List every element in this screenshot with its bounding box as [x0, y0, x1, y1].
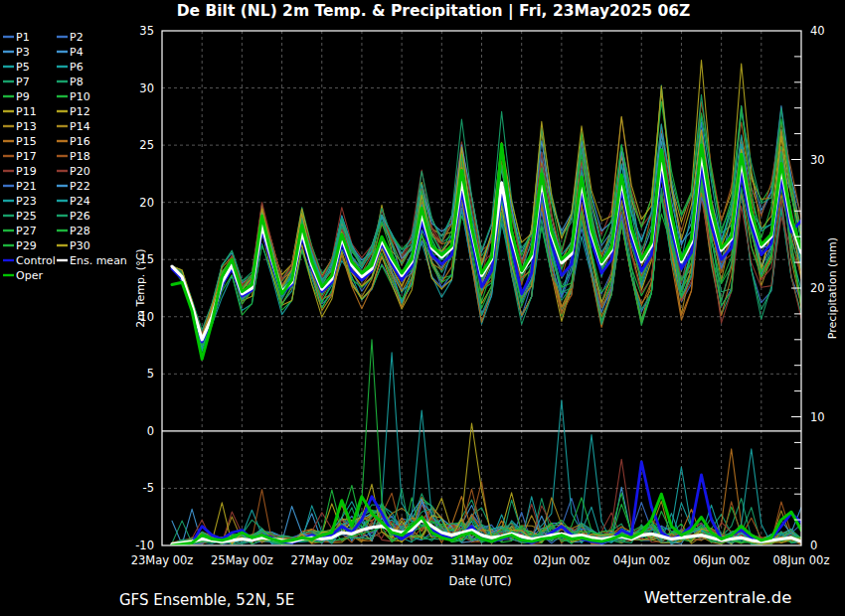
- legend-label-p27: P27: [16, 225, 37, 237]
- date-tick-label: 31May 00z: [450, 553, 513, 567]
- temp-tick-label: 35: [139, 24, 154, 38]
- legend-label-oper: Oper: [16, 269, 43, 282]
- legend-label-p28: P28: [70, 225, 90, 237]
- legend-label-p5: P5: [16, 61, 30, 74]
- y-axis-label-left: 2m Temp. (°C): [134, 248, 147, 327]
- temp-tick-label: 25: [139, 138, 154, 152]
- legend-label-ens-mean: Ens. mean: [70, 254, 127, 267]
- footer-brand: Wetterzentrale.de: [644, 588, 792, 607]
- legend-label-p18: P18: [70, 150, 90, 163]
- precip-tick-label: 0: [810, 539, 817, 552]
- legend-label-p24: P24: [70, 195, 90, 208]
- member-precip-line: [172, 400, 801, 544]
- legend-label-p12: P12: [70, 105, 90, 118]
- precip-tick-label: 20: [810, 281, 825, 295]
- precip-tick-label: 10: [810, 410, 825, 424]
- temp-tick-label: 30: [139, 81, 154, 95]
- date-tick-label: 27May 00z: [290, 553, 353, 567]
- date-tick-label: 25May 00z: [211, 553, 273, 567]
- legend-label-p19: P19: [16, 165, 37, 178]
- legend-label-p14: P14: [70, 120, 90, 133]
- legend-label-p29: P29: [16, 239, 37, 252]
- legend-label-p11: P11: [16, 105, 37, 118]
- legend-label-p4: P4: [70, 46, 84, 59]
- chart-canvas: De Bilt (NL) 2m Temp. & Precipitation | …: [0, 0, 845, 616]
- legend-label-p9: P9: [16, 90, 30, 103]
- legend-label-p21: P21: [16, 180, 37, 193]
- legend-label-control: Control: [16, 254, 56, 267]
- date-tick-label: 02Jun 00z: [533, 553, 590, 567]
- legend-label-p25: P25: [16, 210, 37, 223]
- y-axis-label-right: Precipitation (mm): [826, 237, 839, 339]
- date-tick-label: 29May 00z: [371, 553, 433, 567]
- legend-label-p17: P17: [16, 150, 37, 163]
- legend-label-p16: P16: [70, 135, 90, 148]
- legend-label-p26: P26: [70, 210, 90, 223]
- temp-tick-label: 20: [139, 196, 154, 210]
- footer-model-info: GFS Ensemble, 52N, 5E: [119, 591, 294, 609]
- x-axis-label: Date (UTC): [449, 574, 512, 588]
- legend-label-p2: P2: [70, 31, 84, 44]
- legend-label-p23: P23: [16, 195, 37, 208]
- ensemble-chart: De Bilt (NL) 2m Temp. & Precipitation | …: [0, 0, 845, 616]
- date-tick-label: 08Jun 00z: [773, 553, 830, 567]
- date-tick-label: 04Jun 00z: [613, 553, 670, 567]
- temp-tick-label: -10: [135, 539, 154, 552]
- data-series: [172, 61, 801, 545]
- legend-label-p30: P30: [70, 239, 90, 252]
- legend-label-p7: P7: [16, 76, 30, 88]
- legend: P1P2P3P4P5P6P7P8P9P10P11P12P13P14P15P16P…: [3, 31, 127, 282]
- precip-tick-label: 40: [810, 24, 825, 38]
- legend-label-p13: P13: [16, 120, 37, 133]
- temp-tick-label: -5: [143, 481, 154, 495]
- legend-label-p22: P22: [70, 180, 90, 193]
- date-tick-label: 23May 00z: [131, 553, 194, 567]
- precip-tick-label: 30: [810, 153, 825, 167]
- date-tick-label: 06Jun 00z: [693, 553, 750, 567]
- legend-label-p20: P20: [70, 165, 90, 178]
- temp-tick-label: 5: [147, 367, 154, 381]
- temp-tick-label: 0: [147, 424, 154, 438]
- chart-title: De Bilt (NL) 2m Temp. & Precipitation | …: [177, 2, 691, 21]
- legend-label-p10: P10: [70, 90, 90, 103]
- legend-label-p8: P8: [70, 76, 84, 88]
- legend-label-p3: P3: [16, 46, 30, 59]
- legend-label-p1: P1: [16, 31, 30, 44]
- legend-label-p15: P15: [16, 135, 37, 148]
- legend-label-p6: P6: [70, 61, 84, 74]
